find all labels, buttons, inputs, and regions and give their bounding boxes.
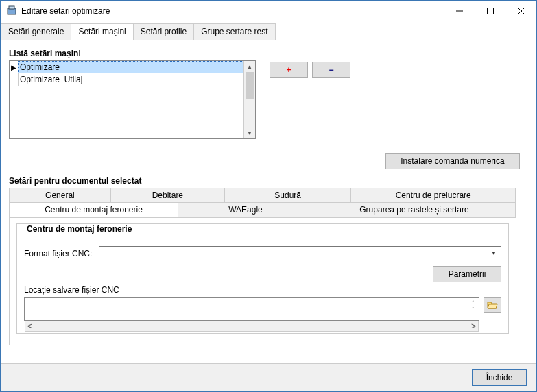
svg-rect-3	[487, 8, 493, 14]
scroll-down-icon[interactable]: ▼	[244, 127, 255, 138]
tab-machine-settings[interactable]: Setări mașini	[71, 23, 133, 40]
subtab-debitare[interactable]: Debitare	[110, 188, 225, 203]
list-item[interactable]: Optimizare_Utilaj	[10, 73, 243, 86]
app-icon	[6, 5, 17, 16]
browse-button[interactable]	[484, 297, 501, 313]
tab-rest-drawer-groups[interactable]: Grupe sertare rest	[193, 23, 275, 40]
minimize-button[interactable]	[444, 1, 475, 21]
minus-icon: −	[329, 66, 333, 74]
tab-general-settings[interactable]: Setări generale	[1, 23, 71, 40]
subtab-gruparea-rastele[interactable]: Gruparea pe rastele și sertare	[313, 202, 516, 217]
subtab-general[interactable]: General	[9, 188, 111, 203]
close-button[interactable]: Închide	[472, 369, 527, 386]
current-row-marker-icon: ▶	[10, 64, 18, 71]
feronerie-group: Centru de montaj feronerie Format fișier…	[16, 223, 509, 334]
list-item-label: Optimizare	[18, 61, 243, 73]
cnc-format-label: Format fișier CNC:	[24, 249, 92, 258]
scroll-up-icon[interactable]: ▲	[244, 61, 255, 72]
subtab-sudura[interactable]: Sudură	[224, 188, 352, 203]
subtab-centru-prelucrare[interactable]: Centru de prelucrare	[350, 188, 516, 203]
plus-icon: +	[286, 66, 291, 74]
list-item[interactable]: ▶ Optimizare	[10, 61, 243, 73]
scroll-left-icon: <	[27, 321, 32, 331]
add-button[interactable]: +	[270, 62, 308, 78]
machine-list[interactable]: ▶ Optimizare Optimizare_Utilaj ▲ ▼	[9, 60, 256, 139]
close-window-button[interactable]	[505, 1, 536, 21]
spin-buttons[interactable]: ˄ ˅	[469, 299, 477, 313]
remove-button[interactable]: −	[312, 62, 350, 78]
cnc-location-label: Locație salvare fișier CNC	[24, 285, 501, 295]
cnc-location-input[interactable]: ˄ ˅ < >	[24, 297, 479, 321]
scroll-thumb[interactable]	[246, 72, 254, 99]
chevron-up-icon: ˄	[469, 299, 477, 306]
doc-subtabs: General Debitare Sudură Centru de preluc…	[9, 188, 516, 218]
doc-panel: Centru de montaj feronerie Format fișier…	[9, 218, 516, 345]
svg-rect-1	[9, 6, 14, 9]
main-tabstrip: Setări generale Setări mașini Setări pro…	[1, 21, 536, 40]
maximize-button[interactable]	[475, 1, 505, 21]
parameters-button[interactable]: Parametrii	[433, 266, 501, 282]
window-title: Editare setări optimizare	[21, 6, 444, 16]
chevron-down-icon: ▼	[488, 247, 499, 259]
tab-profile-settings[interactable]: Setări profile	[133, 23, 194, 40]
titlebar: Editare setări optimizare	[1, 1, 536, 21]
list-scrollbar[interactable]: ▲ ▼	[243, 61, 255, 138]
scroll-right-icon: >	[471, 321, 476, 331]
group-title: Centru de montaj feronerie	[24, 224, 134, 234]
machine-list-label: Listă setări mașini	[9, 49, 528, 58]
list-item-label: Optimizare_Utilaj	[18, 73, 243, 86]
footer: Închide	[1, 363, 536, 391]
folder-open-icon	[487, 300, 498, 310]
chevron-down-icon: ˅	[469, 306, 477, 313]
install-nc-button[interactable]: Instalare comandă numerică	[385, 153, 520, 169]
subtab-waeagle[interactable]: WAEagle	[178, 202, 313, 217]
doc-settings-label: Setări pentru documentul selectat	[9, 176, 528, 186]
cnc-format-select[interactable]: ▼	[99, 246, 501, 260]
horizontal-scrollbar[interactable]: < >	[25, 321, 479, 332]
subtab-centru-montaj-feronerie[interactable]: Centru de montaj feronerie	[9, 202, 178, 217]
